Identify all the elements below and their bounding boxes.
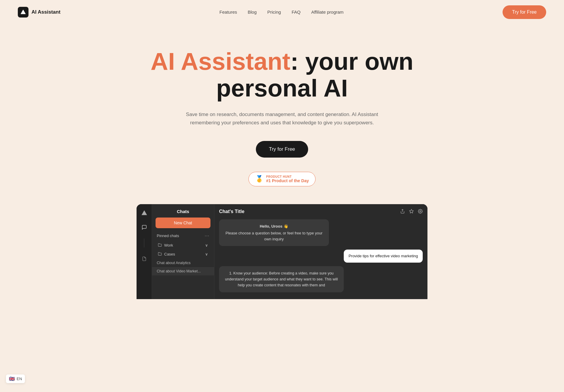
sidebar-icon-bar [137,204,152,299]
folder-work-label: Work [164,243,173,247]
chat-item-video[interactable]: Chat about Video Market... 🗑 [152,267,214,275]
pin-icon[interactable] [409,209,414,215]
chats-sidebar-header: Chats [152,209,214,218]
nav-features[interactable]: Features [219,9,237,15]
navbar: AI Assistant Features Blog Pricing FAQ A… [0,0,564,24]
app-preview: Chats New Chat Pinned chats ⋯ Work ∨ [137,204,427,299]
hero-title: AI Assistant: your ownpersonal AI [148,48,416,101]
medal-icon: 🥇 [255,175,263,183]
nav-affiliate[interactable]: Affiliate program [311,9,343,15]
hero-section: AI Assistant: your ownpersonal AI Save t… [0,24,564,311]
chat-main-area: Chat's Title [214,204,427,299]
chat-item-analytics[interactable]: Chat about Analytics [152,259,214,267]
language-selector[interactable]: 🇬🇧 EN [6,374,25,383]
divider [144,239,144,247]
logo-icon [18,7,28,18]
try-free-nav-button[interactable]: Try for Free [503,5,546,19]
product-hunt-badge: 🥇 PRODUCT HUNT #1 Product of the Day [248,172,316,186]
nav-faq[interactable]: FAQ [291,9,300,15]
document-sidebar-icon[interactable] [140,255,148,263]
hero-subtitle: Save time on research, documents managem… [181,110,383,126]
pinned-chats-header: Pinned chats ⋯ [152,233,214,241]
settings-icon[interactable] [418,209,423,215]
chat-sidebar-icon[interactable] [140,223,148,231]
nav-links: Features Blog Pricing FAQ Affiliate prog… [219,9,343,15]
chat-header: Chat's Title [219,209,423,215]
ph-label: PRODUCT HUNT [266,175,292,178]
folder-icon-cases [158,252,162,257]
nav-pricing[interactable]: Pricing [267,9,281,15]
logo-text: AI Assistant [31,9,61,15]
logo-area: AI Assistant [18,7,61,18]
flag-icon: 🇬🇧 [9,376,15,382]
hero-title-accent: AI Assistant [150,48,290,75]
ai-response-message: 1. Know your audience: Before creating a… [219,266,344,292]
chat-header-actions [400,209,423,215]
nav-blog[interactable]: Blog [248,9,257,15]
folder-icon-work [158,243,162,248]
folder-cases-label: Cases [164,252,175,256]
ph-text: PRODUCT HUNT #1 Product of the Day [266,175,309,183]
share-icon[interactable] [400,209,405,215]
pinned-more-icon[interactable]: ⋯ [205,233,209,239]
svg-point-1 [420,211,421,212]
greeting-sub-text: Please choose a question below, or feel … [224,230,324,242]
new-chat-button[interactable]: New Chat [156,218,210,228]
chats-sidebar: Chats New Chat Pinned chats ⋯ Work ∨ [152,204,214,299]
user-message: Provide tips for effective video marketi… [344,250,423,263]
try-free-hero-button[interactable]: Try for Free [256,141,308,158]
chevron-down-icon-cases: ∨ [205,252,208,256]
folder-cases[interactable]: Cases ∨ [152,250,214,259]
greeting-message: Hello, Uroos 👋 Please choose a question … [219,219,329,246]
chevron-down-icon: ∨ [205,243,208,247]
ph-product-title: #1 Product of the Day [266,178,309,183]
greeting-text: Hello, Uroos 👋 [224,223,324,229]
chat-title: Chat's Title [219,209,244,214]
pinned-label: Pinned chats [157,234,179,238]
folder-work[interactable]: Work ∨ [152,241,214,250]
logo-sidebar-icon [140,209,148,217]
language-label: EN [17,377,22,381]
